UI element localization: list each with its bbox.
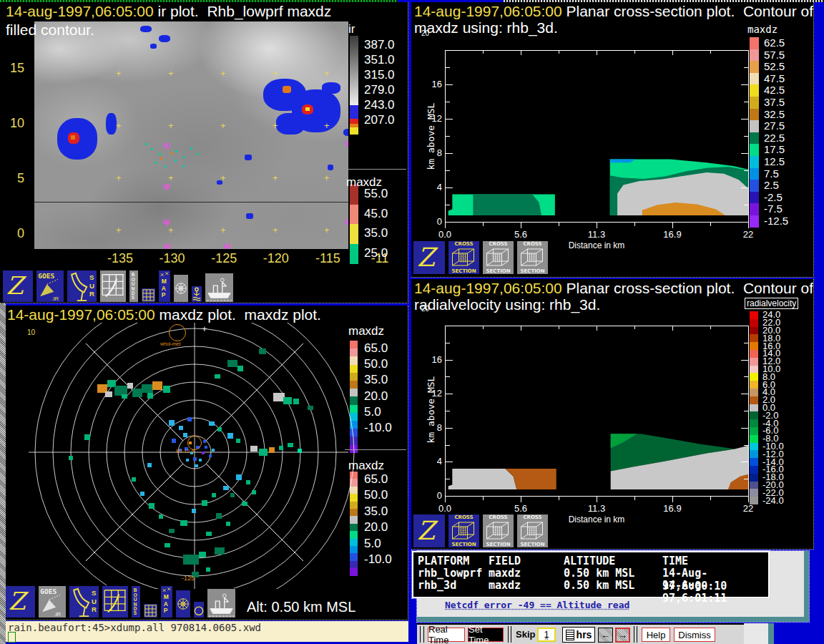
subgrid-button[interactable] bbox=[141, 288, 156, 303]
radar-speck bbox=[171, 152, 173, 155]
zebra-button[interactable]: Z bbox=[413, 514, 446, 548]
colorbar-swatch bbox=[750, 450, 758, 458]
map-button[interactable]: MAP bbox=[160, 585, 173, 618]
zebra-button[interactable]: Z bbox=[413, 240, 446, 275]
cross-section-1-button[interactable]: CROSSSECTION bbox=[448, 514, 480, 548]
section-label: SECTION bbox=[486, 542, 510, 547]
map-button[interactable]: MAP bbox=[158, 270, 171, 303]
bounds-button[interactable]: BOUNDS bbox=[131, 585, 141, 618]
grid-radar-button[interactable] bbox=[99, 270, 127, 303]
colorbar-tick-label: -24.0 bbox=[762, 495, 784, 506]
cross-section-3-button[interactable]: CROSSSECTION bbox=[516, 240, 549, 275]
ship-button[interactable] bbox=[205, 273, 234, 303]
y-tick-right bbox=[741, 222, 748, 223]
y-tick bbox=[446, 136, 450, 137]
lon-tick-label: -120 bbox=[260, 251, 293, 266]
colorbar-tick-label: 65.0 bbox=[364, 472, 388, 487]
step-back-button[interactable]: ← bbox=[598, 628, 613, 643]
x-tick-label: 22 bbox=[734, 503, 762, 514]
cross-label: CROSS bbox=[523, 241, 541, 247]
radar-echo bbox=[169, 529, 175, 533]
colorbar-tick-label: 32.5 bbox=[764, 108, 785, 120]
lon-tick-label: -115 bbox=[311, 251, 344, 266]
cross-section-1-button[interactable]: CROSSSECTION bbox=[448, 240, 480, 275]
subgrid-button[interactable] bbox=[143, 603, 158, 618]
colorbar-swatch bbox=[750, 389, 758, 396]
zebra-button[interactable]: Z bbox=[4, 585, 36, 618]
wheel-button[interactable] bbox=[175, 590, 191, 618]
colorbar-swatch bbox=[750, 443, 758, 451]
ring-button[interactable] bbox=[193, 601, 205, 618]
radar-echo bbox=[149, 503, 154, 509]
colorbar-tick-label: 20.0 bbox=[364, 389, 388, 404]
colorbar-swatch bbox=[750, 327, 758, 335]
surveillance-radar-button[interactable]: SUR bbox=[67, 270, 97, 303]
goes-ir-button[interactable]: GOES.IR bbox=[38, 585, 67, 618]
colorbar-swatch bbox=[750, 366, 758, 374]
cloud-top-blob bbox=[276, 113, 305, 135]
colorbar-swatch bbox=[750, 489, 758, 497]
panel-title-line2: maxdz using: rhb_3d. bbox=[414, 19, 558, 36]
radar-speck bbox=[183, 156, 185, 158]
terminal-prompt: rain.beaufort:45>xdump.all 970814.0605.x… bbox=[8, 622, 261, 633]
buoy-button[interactable] bbox=[191, 286, 202, 303]
x-tick-top bbox=[634, 50, 635, 54]
ship-button[interactable] bbox=[207, 588, 236, 618]
x-tick-top bbox=[672, 326, 673, 331]
colorbar-tick-label: 55.0 bbox=[364, 187, 388, 201]
cross-section-2-button[interactable]: CROSSSECTION bbox=[482, 514, 514, 548]
wheel-button[interactable] bbox=[173, 274, 189, 303]
step-forward-button[interactable]: → bbox=[615, 628, 630, 643]
lat-tick-label: 10 bbox=[4, 116, 24, 131]
cross-section-3-button[interactable]: CROSSSECTION bbox=[516, 514, 549, 548]
contour-region bbox=[473, 195, 541, 215]
radar-echo bbox=[215, 547, 225, 555]
radar-echo bbox=[269, 447, 275, 453]
grid-radar-button[interactable] bbox=[102, 585, 129, 618]
surveillance-radar-button[interactable]: SUR bbox=[69, 585, 99, 618]
cloud-top-blob bbox=[150, 44, 157, 49]
x-tick bbox=[672, 496, 673, 502]
y-tick bbox=[446, 343, 450, 343]
status-cell: rhb_lowprf bbox=[418, 567, 482, 580]
section-label: SECTION bbox=[520, 542, 544, 547]
terminal-window[interactable]: rain.beaufort:45>xdump.all 970814.0605.x… bbox=[6, 621, 408, 642]
grip-line bbox=[423, 626, 424, 643]
dismiss-button[interactable]: Dismiss bbox=[674, 628, 715, 642]
y-tick-right bbox=[744, 445, 748, 446]
radar-echo bbox=[223, 486, 229, 490]
set-time-button[interactable]: Set Time bbox=[468, 628, 504, 642]
cross-section-2-button[interactable]: CROSSSECTION bbox=[482, 240, 514, 275]
y-axis-label: km above MSL bbox=[426, 371, 436, 449]
colorbar-tick-label: 65.0 bbox=[364, 341, 388, 356]
x-tick-label: 11.3 bbox=[582, 229, 611, 240]
x-tick bbox=[521, 496, 521, 502]
north-mark: + bbox=[202, 326, 207, 333]
graticule-mark: + bbox=[168, 175, 174, 182]
real-time-button[interactable]: Real Time bbox=[428, 628, 465, 642]
skip-input[interactable]: 1^ bbox=[537, 628, 556, 642]
help-button[interactable]: Help bbox=[642, 628, 670, 642]
radar-echo bbox=[216, 513, 222, 519]
svg-text:P: P bbox=[164, 607, 168, 614]
radar-echo bbox=[169, 420, 175, 426]
zebra-button[interactable]: Z bbox=[2, 270, 34, 303]
section-label: SECTION bbox=[520, 268, 544, 274]
hrs-button[interactable]: hrs bbox=[562, 627, 595, 643]
colorbar-swatch bbox=[750, 37, 759, 49]
range-rings bbox=[0, 323, 408, 589]
colorbar-swatch bbox=[750, 73, 759, 85]
x-tick bbox=[483, 222, 484, 226]
x-tick-label: 16.9 bbox=[658, 229, 687, 240]
bounds-button[interactable]: BOUNDS bbox=[129, 270, 139, 303]
graticule-mark: + bbox=[273, 175, 278, 182]
y-tick bbox=[446, 119, 453, 119]
lat-tick-label: 5 bbox=[4, 171, 24, 186]
panel-title: 14-aug-1997,06:05:00 Planar cross-sectio… bbox=[414, 280, 813, 297]
radar-echo bbox=[165, 543, 170, 547]
graticule-mark: + bbox=[168, 70, 174, 77]
x-tick bbox=[672, 222, 673, 228]
radar-echo bbox=[212, 449, 215, 452]
goes-ir-button[interactable]: GOES.IR bbox=[36, 270, 64, 303]
south-longitude-label: -125 bbox=[182, 575, 195, 582]
